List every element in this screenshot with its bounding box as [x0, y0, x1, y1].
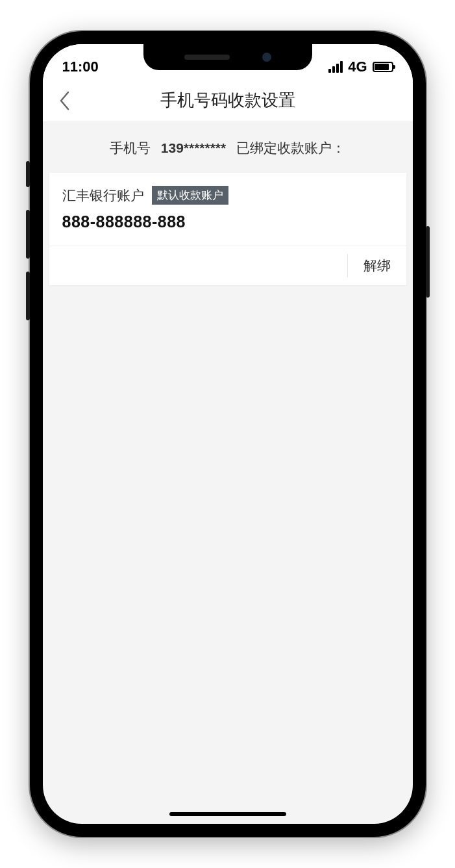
volume-down-button: [26, 272, 30, 320]
bank-name: 汇丰银行账户: [62, 186, 144, 205]
phone-frame: 11:00 4G 手机号码收款设置 手机号 139*****: [30, 31, 426, 837]
account-number: 888-888888-888: [49, 210, 406, 246]
front-camera: [262, 53, 271, 62]
speaker: [184, 55, 230, 60]
bound-info-text: 手机号 139******** 已绑定收款账户：: [43, 122, 413, 170]
battery-icon: [373, 62, 393, 72]
notch: [143, 44, 312, 70]
power-button: [426, 226, 430, 298]
silence-switch: [26, 161, 30, 187]
back-button[interactable]: [52, 88, 78, 114]
content-area: 手机号 139******** 已绑定收款账户： 汇丰银行账户 默认收款账户 8…: [43, 122, 413, 285]
signal-icon: [328, 61, 343, 73]
card-actions: 解绑: [49, 246, 406, 285]
page-title: 手机号码收款设置: [160, 89, 295, 112]
home-indicator[interactable]: [169, 812, 286, 816]
screen: 11:00 4G 手机号码收款设置 手机号 139*****: [43, 44, 413, 824]
status-time: 11:00: [62, 58, 99, 75]
network-label: 4G: [348, 58, 367, 75]
chevron-left-icon: [59, 91, 71, 110]
nav-bar: 手机号码收款设置: [43, 79, 413, 122]
info-prefix: 手机号: [110, 140, 151, 155]
default-account-badge: 默认收款账户: [152, 186, 228, 205]
info-suffix: 已绑定收款账户：: [236, 140, 345, 155]
volume-up-button: [26, 210, 30, 259]
phone-number: 139********: [161, 140, 226, 155]
account-card: 汇丰银行账户 默认收款账户 888-888888-888 解绑: [49, 173, 406, 285]
unbind-button[interactable]: 解绑: [347, 254, 406, 277]
